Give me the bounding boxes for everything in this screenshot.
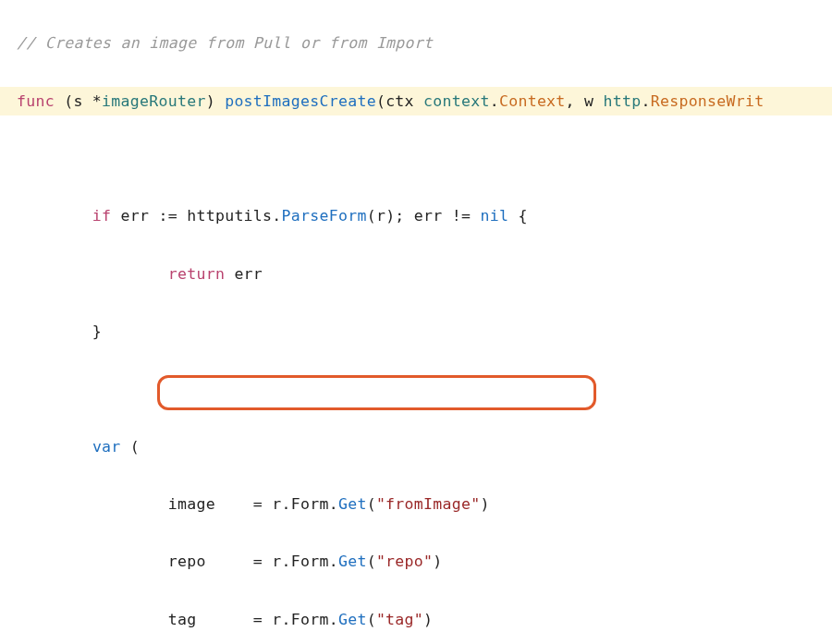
code-block: // Creates an image from Pull or from Im… (0, 0, 832, 644)
code-line: repo = r.Form.Get("repo") (0, 547, 832, 576)
code-line: return err (0, 260, 832, 288)
code-line: if err := httputils.ParseForm(r); err !=… (0, 201, 832, 230)
code-line: tag = r.Form.Get("tag") (0, 605, 832, 634)
code-line: // Creates an image from Pull or from Im… (0, 29, 832, 57)
comment-text: // Creates an image from Pull or from Im… (17, 34, 433, 52)
code-line: image = r.Form.Get("fromImage") (0, 490, 832, 518)
code-line-blank (0, 374, 832, 403)
code-line-blank (0, 144, 832, 173)
code-line: } (0, 317, 832, 346)
code-line-highlighted: func (s *imageRouter) postImagesCreate(c… (0, 87, 832, 115)
code-line: var ( (0, 432, 832, 461)
